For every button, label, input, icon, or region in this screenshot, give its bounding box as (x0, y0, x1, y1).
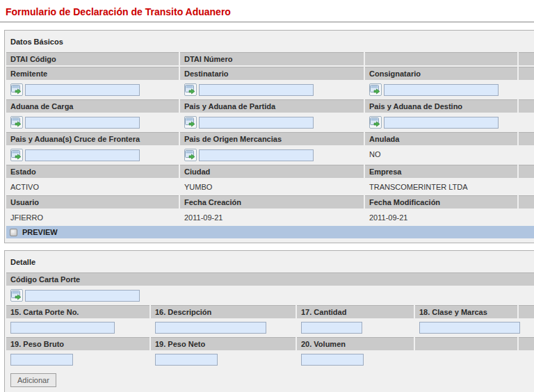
cruce-frontera-lookup-icon[interactable] (10, 149, 23, 161)
origen-mercancias-input[interactable] (199, 149, 314, 161)
detalle-heading: Detalle (5, 251, 534, 272)
carta-porte-no-input[interactable] (10, 322, 115, 334)
field-peso-neto (151, 352, 296, 368)
value-fecha-creacion: 2011-09-21 (180, 210, 364, 224)
field-clase-marcas (415, 320, 517, 336)
aduana-carga-lookup-icon[interactable] (10, 116, 23, 129)
label-usuario: Usuario (6, 195, 179, 209)
origen-mercancias-lookup-icon[interactable] (184, 149, 197, 161)
field-descripcion (151, 320, 296, 336)
label-ciudad: Ciudad (180, 165, 364, 178)
label-anulada: Anulada (365, 132, 517, 145)
field-volumen (297, 352, 414, 368)
preview-label: PREVIEW (22, 228, 58, 236)
row-codigo-carta-porte-label: Código Carta Porte (5, 272, 534, 286)
aduana-partida-input[interactable] (199, 117, 314, 129)
label-estado: Estado (6, 165, 179, 178)
cell-empty (519, 179, 534, 194)
field-remitente (6, 81, 179, 98)
label-empresa: Empresa (365, 165, 517, 178)
label-empty (519, 67, 534, 80)
section-detalle: Detalle Código Carta Porte 15. Carta Por… (4, 250, 534, 392)
row-estado-labels: Estado Ciudad Empresa (5, 165, 534, 178)
descripcion-input[interactable] (155, 322, 266, 334)
aduana-destino-lookup-icon[interactable] (369, 116, 382, 129)
remitente-lookup-icon[interactable] (10, 83, 23, 96)
label-descripcion: 16. Descripción (151, 305, 296, 318)
cell-empty (519, 81, 534, 98)
label-empty (519, 195, 534, 209)
field-peso-bruto (6, 352, 149, 368)
row-detalle-labels-1: 15. Carta Porte No. 16. Descripción 17. … (5, 305, 534, 318)
label-fecha-modificacion: Fecha Modificación (365, 195, 517, 209)
field-cruce-frontera (6, 147, 179, 163)
value-empresa: TRANSCOMERINTER LTDA (365, 179, 517, 194)
value-fecha-modificacion: 2011-09-21 (365, 210, 517, 224)
label-consignatario: Consignatario (365, 67, 517, 80)
cell-empty (519, 320, 534, 336)
row-detalle-fields-2 (5, 352, 534, 368)
page-title: Formulario de Declaración de Transito Ad… (0, 0, 534, 22)
expand-toggle-icon[interactable] (10, 229, 17, 236)
label-codigo-carta-porte: Código Carta Porte (6, 272, 534, 286)
field-codigo-carta-porte (6, 287, 534, 304)
label-empty (519, 305, 534, 318)
label-empty (415, 337, 517, 350)
label-peso-neto: 19. Peso Neto (151, 337, 296, 350)
cell-empty (415, 352, 517, 368)
row-estado-values: ACTIVO YUMBO TRANSCOMERINTER LTDA (5, 179, 534, 194)
row-codigo-carta-porte-field (5, 287, 534, 304)
cell-empty (519, 114, 534, 131)
cell-empty (519, 210, 534, 224)
remitente-input[interactable] (25, 84, 140, 96)
title-divider (0, 22, 534, 23)
field-aduana-partida (180, 114, 364, 131)
peso-neto-input[interactable] (155, 354, 218, 366)
destinatario-lookup-icon[interactable] (184, 83, 197, 96)
volumen-input[interactable] (301, 354, 364, 366)
cruce-frontera-input[interactable] (25, 149, 140, 161)
aduana-partida-lookup-icon[interactable] (184, 116, 197, 129)
adicionar-row: Adicionar (5, 369, 534, 389)
clase-marcas-input[interactable] (419, 322, 520, 334)
field-aduana-carga (6, 114, 179, 131)
cell-empty (519, 147, 534, 163)
label-dtai-codigo: DTAI Código (6, 52, 179, 65)
aduana-carga-input[interactable] (25, 117, 140, 129)
field-origen-mercancias (180, 147, 364, 163)
consignatario-lookup-icon[interactable] (369, 83, 382, 96)
field-destinatario (180, 81, 364, 98)
label-aduana-destino: Pais y Aduana de Destino (365, 99, 517, 113)
label-empty (519, 165, 534, 178)
preview-bar[interactable]: PREVIEW (6, 226, 534, 238)
field-cantidad (297, 320, 414, 336)
field-aduana-destino (365, 114, 517, 131)
label-fecha-creacion: Fecha Creación (180, 195, 364, 209)
row-aduanas-labels: Aduana de Carga Pais y Aduana de Partida… (5, 99, 534, 113)
label-remitente: Remitente (6, 67, 179, 80)
label-carta-porte-no: 15. Carta Porte No. (6, 305, 149, 318)
row-frontera-fields: NO (5, 147, 534, 163)
label-aduana-carga: Aduana de Carga (6, 99, 179, 113)
adicionar-button[interactable]: Adicionar (10, 373, 56, 387)
value-usuario: JFIERRO (6, 210, 179, 224)
datos-basicos-heading: Datos Básicos (5, 31, 534, 52)
label-empty (519, 52, 534, 65)
cantidad-input[interactable] (301, 322, 362, 334)
label-cantidad: 17. Cantidad (297, 305, 414, 318)
row-usuario-labels: Usuario Fecha Creación Fecha Modificació… (5, 195, 534, 209)
row-frontera-labels: Pais y Aduana(s) Cruce de Frontera Pais … (5, 132, 534, 145)
label-origen-mercancias: Pais de Origen Mercancias (180, 132, 364, 145)
codigo-carta-porte-lookup-icon[interactable] (10, 289, 23, 302)
codigo-carta-porte-input[interactable] (25, 290, 140, 302)
row-parties-labels: Remitente Destinatario Consignatario (5, 67, 534, 80)
label-dtai-numero: DTAI Número (180, 52, 364, 65)
consignatario-input[interactable] (384, 84, 499, 96)
value-ciudad: YUMBO (180, 179, 364, 194)
field-consignatario (365, 81, 517, 98)
row-usuario-values: JFIERRO 2011-09-21 2011-09-21 (5, 210, 534, 224)
row-detalle-fields-1 (5, 320, 534, 336)
destinatario-input[interactable] (199, 84, 314, 96)
peso-bruto-input[interactable] (10, 354, 73, 366)
aduana-destino-input[interactable] (384, 117, 499, 129)
